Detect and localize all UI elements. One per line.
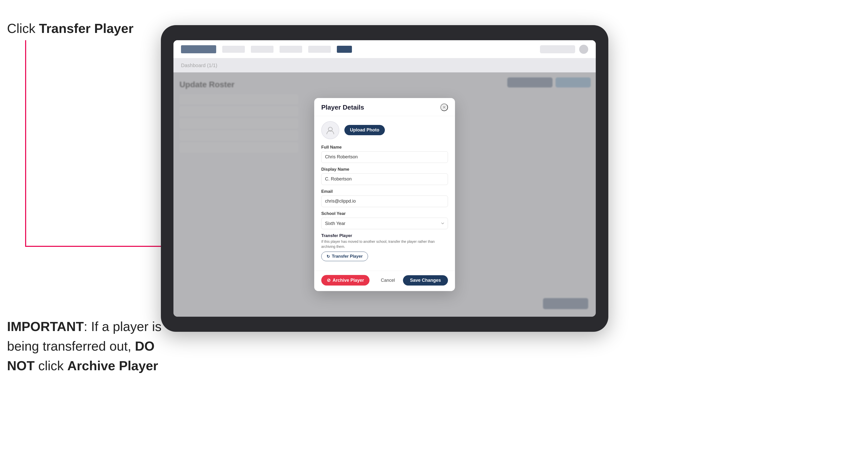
content-area: Update Roster Player Detail <box>174 72 596 317</box>
nav-more[interactable] <box>337 46 352 53</box>
transfer-btn-label: Transfer Player <box>332 254 363 259</box>
display-name-label: Display Name <box>321 167 448 172</box>
header-right <box>540 45 588 54</box>
player-details-modal: Player Details × <box>314 98 455 291</box>
instruction-text2: click <box>35 359 67 373</box>
instruction-bold: Transfer Player <box>39 21 133 36</box>
email-label: Email <box>321 189 448 194</box>
app-header <box>174 40 596 58</box>
modal-overlay: Player Details × <box>174 72 596 317</box>
transfer-section-label: Transfer Player <box>321 233 448 238</box>
tablet-screen: Dashboard (1/1) Update Roster <box>174 40 596 317</box>
email-input[interactable] <box>321 195 448 207</box>
school-year-select[interactable]: First Year Second Year Third Year Fourth… <box>321 218 448 229</box>
modal-body: Upload Photo Full Name Display Name <box>314 116 455 271</box>
nav-players[interactable] <box>251 46 274 53</box>
footer-right: Cancel Save Changes <box>377 275 448 285</box>
full-name-label: Full Name <box>321 145 448 150</box>
app-logo <box>181 45 216 53</box>
display-name-group: Display Name <box>321 167 448 185</box>
school-year-label: School Year <box>321 211 448 216</box>
full-name-input[interactable] <box>321 151 448 163</box>
email-group: Email <box>321 189 448 207</box>
archive-player-button[interactable]: ⊘ Archive Player <box>321 275 370 285</box>
important-label: IMPORTANT <box>7 319 84 334</box>
sub-header-text: Dashboard (1/1) <box>181 63 217 68</box>
modal-footer: ⊘ Archive Player Cancel Save Changes <box>314 271 455 291</box>
photo-row: Upload Photo <box>321 121 448 139</box>
transfer-player-button[interactable]: ↻ Transfer Player <box>321 252 368 261</box>
modal-title: Player Details <box>321 103 364 111</box>
sub-header: Dashboard (1/1) <box>174 58 596 72</box>
nav-dashboard[interactable] <box>222 46 245 53</box>
nav-reports[interactable] <box>308 46 331 53</box>
tablet-device: Dashboard (1/1) Update Roster <box>161 25 608 332</box>
instruction-bottom: IMPORTANT: If a player is being transfer… <box>7 317 163 375</box>
modal-close-button[interactable]: × <box>440 103 448 111</box>
avatar[interactable] <box>579 45 588 54</box>
transfer-section: Transfer Player If this player has moved… <box>321 233 448 261</box>
school-year-group: School Year First Year Second Year Third… <box>321 211 448 229</box>
display-name-input[interactable] <box>321 174 448 185</box>
header-button[interactable] <box>540 45 575 53</box>
save-changes-button[interactable]: Save Changes <box>403 275 448 285</box>
cancel-button[interactable]: Cancel <box>377 275 398 285</box>
nav-teams[interactable] <box>280 46 302 53</box>
full-name-group: Full Name <box>321 145 448 163</box>
instruction-prefix: Click <box>7 21 39 36</box>
archive-icon: ⊘ <box>327 278 331 283</box>
avatar-placeholder <box>321 121 339 139</box>
instruction-top: Click Transfer Player <box>7 20 133 37</box>
modal-header: Player Details × <box>314 98 455 116</box>
upload-photo-button[interactable]: Upload Photo <box>344 125 385 135</box>
transfer-icon: ↻ <box>327 254 330 259</box>
arrow-vertical <box>25 40 26 246</box>
archive-btn-label: Archive Player <box>333 278 364 283</box>
archive-player-label: Archive Player <box>67 359 158 373</box>
transfer-description: If this player has moved to another scho… <box>321 239 448 249</box>
